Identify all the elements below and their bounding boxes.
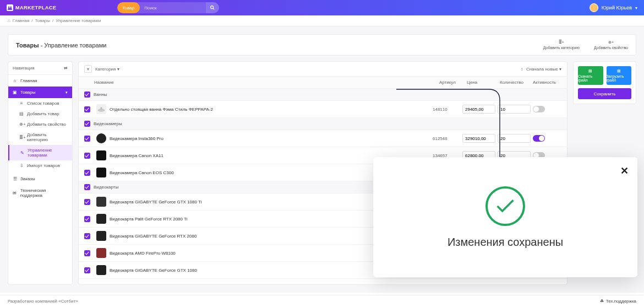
- sidebar-sub-import[interactable]: ⇩Импорт товаров: [8, 160, 72, 171]
- sidebar-nav-label: Навигация: [13, 66, 35, 71]
- search-button[interactable]: [206, 2, 219, 13]
- search-input[interactable]: [140, 2, 206, 13]
- breadcrumb-home[interactable]: Главная: [13, 18, 29, 23]
- clipboard-icon: ☰: [13, 176, 17, 181]
- user-menu[interactable]: Юрий Юрьев ▾: [590, 3, 637, 12]
- breadcrumb-2: Управление товарами: [56, 18, 101, 23]
- plus-icon: ≣+: [19, 135, 24, 140]
- checkbox[interactable]: [84, 121, 90, 127]
- table-header: Название Артикул Цена Количество Активно…: [79, 77, 567, 89]
- checkbox[interactable]: [84, 136, 90, 142]
- active-toggle[interactable]: [533, 135, 545, 142]
- search-icon: [210, 5, 215, 10]
- product-thumb: [96, 265, 106, 275]
- table-row: Отдельно стоящая ванна Фэма Стиль ФЕРРАР…: [79, 101, 567, 118]
- table-row: Видеокамера Insta360 Pro 612548: [79, 130, 567, 147]
- category-row[interactable]: Видеокамеры: [79, 118, 567, 130]
- sort-icon[interactable]: ↕: [521, 67, 523, 72]
- footer-credit: Разработано компанией «Сотбит»: [8, 299, 78, 304]
- plus-icon: ⊕+: [19, 122, 24, 127]
- collapse-icon[interactable]: ⇄: [64, 66, 68, 71]
- category-row[interactable]: Ванны: [79, 89, 567, 101]
- sidebar-item-orders[interactable]: ☰Заказы: [8, 173, 72, 185]
- col-qty: Количество: [500, 80, 533, 85]
- checkbox[interactable]: [84, 184, 90, 190]
- plus-icon: ⊕+: [608, 40, 614, 45]
- checkbox[interactable]: [84, 233, 90, 239]
- col-name: Название: [94, 80, 439, 85]
- breadcrumb-1[interactable]: Товары: [35, 18, 51, 23]
- qty-input[interactable]: [498, 134, 531, 143]
- sort-select[interactable]: Сначала новые ▾: [526, 67, 561, 72]
- home-icon: ⌂: [13, 78, 17, 83]
- qty-input[interactable]: [498, 105, 531, 114]
- logo[interactable]: MARKETPLACE: [7, 4, 57, 11]
- price-input[interactable]: [462, 134, 495, 143]
- product-thumb: [96, 104, 106, 114]
- chevron-down-icon: ▾: [635, 6, 637, 10]
- save-button[interactable]: Сохранить: [578, 88, 631, 99]
- product-sku: 148110: [433, 107, 460, 112]
- sidebar-sub-add-cat[interactable]: ≣+Добавить категорию: [8, 130, 72, 145]
- filter-button[interactable]: ▾: [84, 65, 92, 73]
- success-modal: ✕ Изменения сохранены: [373, 157, 637, 277]
- box-icon: ▣: [13, 90, 17, 95]
- download-icon: ≣+: [559, 40, 564, 45]
- col-price: Цена: [467, 80, 500, 85]
- list-icon: ≡: [19, 101, 24, 106]
- product-thumb: [96, 231, 106, 241]
- file-download-icon: ▤: [588, 69, 592, 73]
- gear-icon: ✎: [20, 150, 24, 155]
- sidebar-item-goods[interactable]: ▣Товары▾: [8, 87, 72, 98]
- checkbox[interactable]: [84, 106, 90, 112]
- price-input[interactable]: [462, 105, 495, 114]
- checkbox[interactable]: [84, 250, 90, 256]
- actions-panel: ▤ Скачать файл ▤ Загрузить файл Сохранит…: [573, 61, 636, 104]
- product-name[interactable]: Видеокамера Insta360 Pro: [110, 136, 430, 141]
- home-icon: ⌂: [8, 18, 10, 23]
- page-header: Товары - Управление товарами ≣+ Добавить…: [8, 34, 636, 56]
- product-thumb: [96, 248, 106, 258]
- sidebar-sub-list[interactable]: ≡Список товаров: [8, 98, 72, 109]
- checkbox[interactable]: [84, 216, 90, 222]
- footer: Разработано компанией «Сотбит» ☘ Тех.под…: [0, 295, 644, 307]
- svg-rect-3: [101, 107, 102, 110]
- upload-file-button[interactable]: ▤ Загрузить файл: [607, 66, 632, 85]
- download-file-button[interactable]: ▤ Скачать файл: [578, 66, 603, 85]
- product-thumb: [96, 197, 106, 207]
- success-check-icon: [485, 186, 525, 226]
- footer-support-link[interactable]: ☘ Тех.поддержка: [600, 299, 636, 304]
- product-thumb: [96, 168, 106, 177]
- checkbox[interactable]: [84, 199, 90, 205]
- sidebar: Навигация ⇄ ⌂Главная ▣Товары▾ ≡Список то…: [8, 61, 73, 285]
- product-name[interactable]: Отдельно стоящая ванна Фэма Стиль ФЕРРАР…: [110, 107, 430, 112]
- user-name: Юрий Юрьев: [602, 5, 632, 10]
- app-header: MARKETPLACE Товар Юрий Юрьев ▾: [0, 0, 644, 15]
- plus-icon: ▤: [19, 111, 24, 116]
- brand-text: MARKETPLACE: [15, 5, 57, 10]
- checkbox[interactable]: [84, 267, 90, 273]
- file-upload-icon: ▤: [617, 69, 621, 73]
- product-thumb: [96, 133, 106, 143]
- checkbox[interactable]: [84, 153, 90, 159]
- add-category-button[interactable]: ≣+ Добавить категорию: [543, 40, 580, 50]
- checkbox[interactable]: [84, 91, 90, 98]
- category-filter[interactable]: Категория ▾: [95, 67, 119, 72]
- sidebar-item-home[interactable]: ⌂Главная: [8, 75, 72, 87]
- col-sku: Артикул: [439, 80, 467, 85]
- close-icon[interactable]: ✕: [620, 165, 629, 177]
- sidebar-item-support[interactable]: ✉Техническая поддержка: [8, 185, 72, 201]
- checkbox[interactable]: [84, 170, 90, 176]
- chevron-down-icon: ▾: [66, 90, 68, 95]
- col-active: Активность: [533, 80, 561, 85]
- import-icon: ⇩: [19, 163, 24, 168]
- sidebar-sub-manage[interactable]: ✎Управление товарами: [8, 145, 72, 160]
- add-property-button[interactable]: ⊕+ Добавить свойство: [594, 40, 628, 50]
- sidebar-sub-add-product[interactable]: ▤Добавить товар: [8, 109, 72, 119]
- product-thumb: [96, 150, 106, 160]
- search-scope-tag[interactable]: Товар: [117, 2, 140, 13]
- active-toggle[interactable]: [533, 106, 545, 112]
- product-thumb: [96, 214, 106, 224]
- search-bar: Товар: [117, 2, 220, 13]
- sidebar-sub-add-prop[interactable]: ⊕+Добавить свойство: [8, 119, 72, 130]
